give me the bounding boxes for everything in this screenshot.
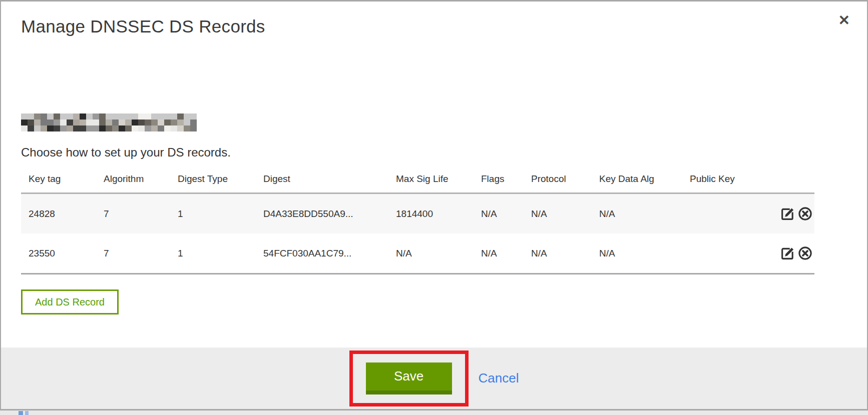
table-row: 235507154FCF030AA1C79...N/AN/AN/AN/A (21, 234, 814, 274)
table-cell: 54FCF030AA1C79... (263, 234, 396, 274)
close-icon[interactable]: ✕ (838, 14, 850, 28)
column-header: Public Key (690, 166, 765, 194)
ds-records-table: Key tagAlgorithmDigest TypeDigestMax Sig… (21, 166, 814, 274)
table-cell: N/A (599, 234, 690, 274)
ds-records-body: 2482871D4A33E8DD550A9...1814400N/AN/AN/A… (21, 194, 814, 274)
column-header: Digest Type (178, 166, 263, 194)
table-cell: N/A (481, 234, 531, 274)
add-ds-record-button[interactable]: Add DS Record (21, 290, 119, 314)
edit-record-icon[interactable] (780, 206, 795, 221)
table-cell (690, 234, 765, 274)
table-cell: N/A (531, 194, 599, 234)
column-header: Algorithm (104, 166, 178, 194)
instruction-text: Choose how to set up your DS records. (21, 146, 231, 160)
edit-record-icon[interactable] (780, 246, 795, 260)
column-header: Key Data Alg (599, 166, 690, 194)
column-header: Key tag (21, 166, 104, 194)
table-row: 2482871D4A33E8DD550A9...1814400N/AN/AN/A (21, 194, 814, 234)
table-cell: D4A33E8DD550A9... (263, 194, 396, 234)
manage-dnssec-modal: Manage DNSSEC DS Records ✕ Choose how to… (0, 0, 868, 410)
column-header: Flags (481, 166, 531, 194)
ds-table-head: Key tagAlgorithmDigest TypeDigestMax Sig… (21, 166, 814, 194)
table-cell (690, 194, 765, 234)
background-page-fragment (25, 411, 29, 415)
table-cell: N/A (599, 194, 690, 234)
table-cell: N/A (481, 194, 531, 234)
delete-record-icon[interactable] (798, 206, 812, 221)
row-actions-cell (765, 194, 814, 234)
column-header-actions (765, 166, 814, 194)
redacted-domain-name (21, 114, 197, 132)
table-cell: N/A (396, 234, 481, 274)
screen: Manage DNSSEC DS Records ✕ Choose how to… (0, 0, 868, 415)
ds-table-head-row: Key tagAlgorithmDigest TypeDigestMax Sig… (21, 166, 814, 194)
table-cell: 1 (178, 194, 263, 234)
background-page-fragment (19, 411, 23, 415)
save-button[interactable]: Save (366, 362, 452, 394)
table-cell: 1 (178, 234, 263, 274)
save-annotation-highlight: Save (349, 350, 469, 406)
delete-record-icon[interactable] (798, 246, 812, 260)
table-cell: N/A (531, 234, 599, 274)
table-cell: 7 (104, 234, 178, 274)
column-header: Protocol (531, 166, 599, 194)
modal-footer: Save Cancel (1, 348, 867, 409)
table-cell: 7 (104, 194, 178, 234)
cancel-link[interactable]: Cancel (479, 370, 519, 386)
table-cell: 24828 (21, 194, 104, 234)
page-title: Manage DNSSEC DS Records (21, 16, 265, 36)
column-header: Max Sig Life (396, 166, 481, 194)
table-cell: 1814400 (396, 194, 481, 234)
table-cell: 23550 (21, 234, 104, 274)
column-header: Digest (263, 166, 396, 194)
row-actions-cell (765, 234, 814, 274)
